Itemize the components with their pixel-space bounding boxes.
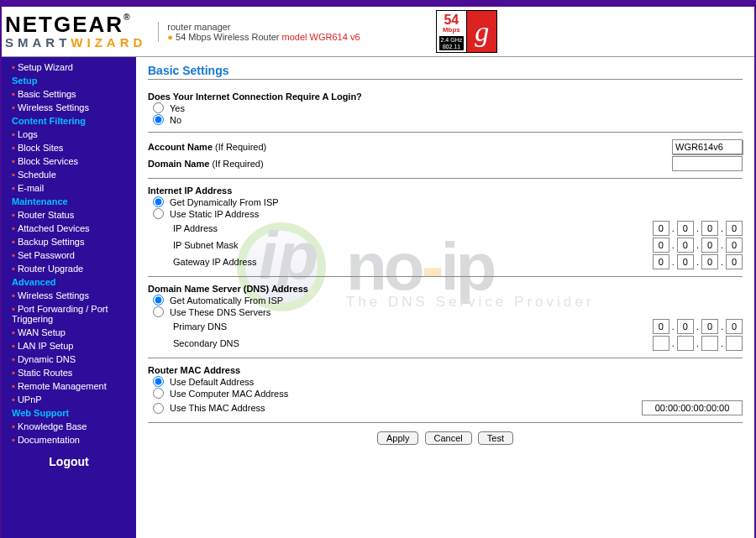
sidebar-item[interactable]: UPnP <box>2 393 136 406</box>
secondary-dns-octet-3[interactable] <box>701 336 718 351</box>
dns-auto-radio[interactable] <box>153 295 164 306</box>
content-area: ip no-ip The DNS Service Provider Basic … <box>136 57 754 538</box>
cancel-button[interactable]: Cancel <box>425 431 472 445</box>
login-no-radio[interactable] <box>153 114 164 125</box>
secondary-dns-label: Secondary DNS <box>148 338 316 348</box>
sidebar-item[interactable]: Logs <box>2 128 136 141</box>
dns-use-option[interactable]: Use These DNS Servers <box>148 306 743 317</box>
dns-header: Domain Name Server (DNS) Address <box>148 284 743 294</box>
sidebar-item[interactable]: Set Password <box>2 248 136 262</box>
sidebar-item[interactable]: Documentation <box>2 433 136 447</box>
dns-use-radio[interactable] <box>153 306 164 317</box>
ip-address-octet-1[interactable] <box>653 221 669 236</box>
mac-default-option[interactable]: Use Default Address <box>148 376 743 387</box>
header-tagline: router manager ● 54 Mbps Wireless Router… <box>158 22 360 42</box>
sidebar-item[interactable]: Wireless Settings <box>2 101 136 114</box>
subnet-mask-octet-1[interactable] <box>653 238 669 253</box>
primary-dns-octet-3[interactable] <box>701 319 718 334</box>
sidebar-heading: Maintenance <box>2 195 136 208</box>
mac-default-radio[interactable] <box>153 376 164 387</box>
login-yes-radio[interactable] <box>153 102 164 113</box>
logo: NETGEAR® SMARTWIZARD <box>5 13 146 50</box>
domain-name-label: Domain Name <box>148 159 209 169</box>
domain-name-input[interactable] <box>672 156 743 171</box>
sidebar: Setup WizardSetupBasic SettingsWireless … <box>2 57 136 538</box>
sidebar-item[interactable]: E-mail <box>2 181 136 195</box>
ip-address-octet-3[interactable] <box>701 221 718 236</box>
internet-ip-header: Internet IP Address <box>148 185 743 196</box>
sidebar-item[interactable]: Static Routes <box>2 366 136 379</box>
sidebar-item[interactable]: Block Services <box>2 154 136 168</box>
sidebar-item[interactable]: Block Sites <box>2 141 136 154</box>
subbrand-smart: SMART <box>5 35 71 50</box>
gateway-octet-1[interactable] <box>653 254 669 269</box>
mac-header: Router MAC Address <box>148 365 743 375</box>
sidebar-item[interactable]: LAN IP Setup <box>2 339 136 353</box>
subnet-mask-octet-3[interactable] <box>701 238 718 253</box>
primary-dns-octet-1[interactable] <box>653 319 669 334</box>
mac-this-option[interactable]: Use This MAC Address <box>148 403 316 414</box>
sidebar-heading: Web Support <box>2 406 136 420</box>
gateway-label: Gateway IP Address <box>148 257 316 267</box>
apply-button[interactable]: Apply <box>377 431 419 445</box>
sidebar-item[interactable]: Router Upgrade <box>2 262 136 275</box>
sidebar-item[interactable]: Knowledge Base <box>2 420 136 433</box>
gateway-octet-3[interactable] <box>701 254 718 269</box>
ip-address-octet-4[interactable] <box>726 221 743 236</box>
sidebar-item[interactable]: Attached Devices <box>2 222 136 235</box>
secondary-dns-octet-4[interactable] <box>726 336 743 351</box>
primary-dns-octet-2[interactable] <box>677 319 694 334</box>
sidebar-heading: Advanced <box>2 275 136 289</box>
ip-address-label: IP Address <box>148 223 316 233</box>
login-question: Does Your Internet Connection Require A … <box>148 91 743 102</box>
sidebar-item[interactable]: WAN Setup <box>2 326 136 339</box>
header: NETGEAR® SMARTWIZARD router manager ● 54… <box>2 7 754 57</box>
ip-address-octet-2[interactable] <box>677 221 694 236</box>
sidebar-item[interactable]: Setup Wizard <box>2 60 136 74</box>
sidebar-item[interactable]: Port Forwarding / Port Triggering <box>2 302 136 326</box>
sidebar-item[interactable]: Basic Settings <box>2 87 136 101</box>
sidebar-heading: Content Filtering <box>2 114 136 128</box>
mac-address-input[interactable] <box>642 400 743 415</box>
test-button[interactable]: Test <box>478 431 513 445</box>
secondary-dns-octet-1[interactable] <box>653 336 669 351</box>
subbrand-wizard: WIZARD <box>71 35 146 50</box>
dns-auto-option[interactable]: Get Automatically From ISP <box>148 295 743 306</box>
page-title: Basic Settings <box>148 64 743 80</box>
sidebar-item[interactable]: Schedule <box>2 168 136 181</box>
account-name-input[interactable] <box>672 139 743 154</box>
secondary-dns-octet-2[interactable] <box>677 336 694 351</box>
ip-dynamic-option[interactable]: Get Dynamically From ISP <box>148 196 743 207</box>
ip-static-radio[interactable] <box>153 208 164 219</box>
mac-computer-radio[interactable] <box>153 388 164 399</box>
sidebar-item[interactable]: Wireless Settings <box>2 289 136 302</box>
ip-static-option[interactable]: Use Static IP Address <box>148 208 743 219</box>
primary-dns-octet-4[interactable] <box>726 319 743 334</box>
gateway-octet-2[interactable] <box>677 254 694 269</box>
login-no-option[interactable]: No <box>148 114 743 125</box>
gateway-octet-4[interactable] <box>726 254 743 269</box>
sidebar-heading: Setup <box>2 74 136 87</box>
speed-badge: 54Mbps 2.4 GHz802.11 g <box>436 10 498 54</box>
subnet-label: IP Subnet Mask <box>148 240 316 250</box>
ip-dynamic-radio[interactable] <box>153 196 164 207</box>
brand-text: NETGEAR <box>5 12 123 37</box>
sidebar-item[interactable]: Router Status <box>2 208 136 222</box>
sidebar-item[interactable]: Remote Management <box>2 379 136 393</box>
logout-link[interactable]: Logout <box>2 455 136 468</box>
mac-computer-option[interactable]: Use Computer MAC Address <box>148 388 743 399</box>
subnet-mask-octet-4[interactable] <box>726 238 743 253</box>
account-name-label: Account Name <box>148 142 213 152</box>
subnet-mask-octet-2[interactable] <box>677 238 694 253</box>
mac-this-radio[interactable] <box>153 403 164 414</box>
primary-dns-label: Primary DNS <box>148 321 316 332</box>
login-yes-option[interactable]: Yes <box>148 102 743 113</box>
sidebar-item[interactable]: Backup Settings <box>2 235 136 248</box>
sidebar-item[interactable]: Dynamic DNS <box>2 353 136 366</box>
